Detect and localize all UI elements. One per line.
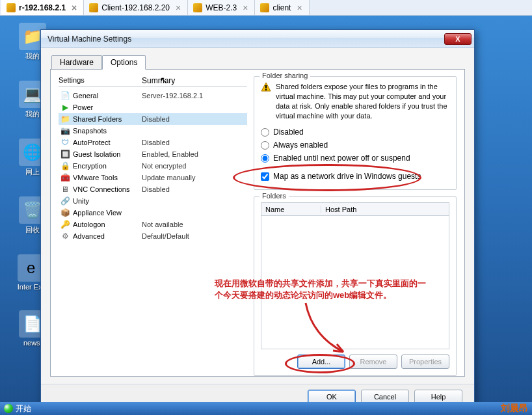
tools-icon: 🧰 bbox=[60, 173, 70, 182]
power-icon: ▶ bbox=[60, 103, 70, 112]
settings-item-unity[interactable]: 🔗Unity bbox=[59, 195, 247, 207]
remove-button[interactable]: Remove bbox=[349, 355, 397, 369]
settings-item-vmware-tools[interactable]: 🧰VMware ToolsUpdate manually bbox=[59, 172, 247, 183]
vm-tab-server[interactable]: r-192.168.2.1× bbox=[1, 0, 84, 15]
annotation-ellipse bbox=[233, 164, 421, 191]
snapshot-icon: 📷 bbox=[60, 126, 70, 135]
settings-item-guest-isolation[interactable]: 🔲Guest IsolationEnabled, Enabled bbox=[59, 148, 247, 160]
vm-tab-client20[interactable]: Client-192.168.2.20× bbox=[84, 0, 188, 15]
svg-rect-0 bbox=[265, 85, 267, 88]
dialog-title: Virtual Machine Settings bbox=[47, 34, 444, 44]
general-icon: 📄 bbox=[60, 91, 70, 100]
start-button[interactable]: 开始 bbox=[4, 403, 31, 414]
close-icon[interactable]: × bbox=[176, 3, 181, 13]
warning-text: Shared folders expose your files to prog… bbox=[276, 82, 449, 120]
close-button[interactable]: X bbox=[444, 33, 472, 45]
watermark: 刘晨昂 bbox=[501, 403, 528, 414]
folder-icon: 📁 bbox=[60, 114, 70, 124]
vnc-icon: 🖥 bbox=[60, 185, 70, 194]
radio-until-poweroff[interactable]: Enabled until next power off or suspend bbox=[261, 152, 449, 165]
cursor-icon: ↖ bbox=[160, 75, 168, 85]
settings-item-general[interactable]: 📄GeneralServer-192.168.2.1 bbox=[59, 90, 247, 101]
settings-item-snapshots[interactable]: 📷Snapshots bbox=[59, 125, 247, 137]
settings-item-autologon[interactable]: 🔑AutologonNot available bbox=[59, 219, 247, 230]
settings-item-advanced[interactable]: ⚙AdvancedDefault/Default bbox=[59, 230, 247, 242]
taskbar[interactable]: 开始 刘晨昂 bbox=[0, 402, 532, 415]
properties-button[interactable]: Properties bbox=[401, 355, 449, 369]
annotation-ellipse-add bbox=[285, 354, 355, 373]
vm-tabs-bar: r-192.168.2.1× Client-192.168.2.20× WEB-… bbox=[0, 0, 532, 16]
vm-settings-dialog: Virtual Machine Settings X Hardware Opti… bbox=[40, 29, 475, 409]
settings-item-shared-folders[interactable]: 📁Shared FoldersDisabled bbox=[59, 113, 247, 125]
annotation-text: 现在用微软自带的共享文件添加，共享一下真实里面的一个今天要搭建的动态论坛访问的w… bbox=[215, 278, 433, 301]
settings-item-vnc-connections[interactable]: 🖥VNC ConnectionsDisabled bbox=[59, 183, 247, 195]
settings-list-header: Settings Summary↖ bbox=[59, 76, 247, 87]
warning-icon bbox=[261, 82, 271, 92]
unity-icon: 🔗 bbox=[60, 196, 70, 206]
settings-item-encryption[interactable]: 🔒EncryptionNot encrypted bbox=[59, 160, 247, 172]
settings-item-power[interactable]: ▶Power bbox=[59, 101, 247, 113]
tab-options[interactable]: Options bbox=[102, 55, 146, 70]
shield-icon: 🛡 bbox=[60, 138, 70, 147]
settings-item-autoprotect[interactable]: 🛡AutoProtectDisabled bbox=[59, 137, 247, 148]
vm-tab-client[interactable]: client× bbox=[255, 0, 309, 15]
settings-list[interactable]: 📄GeneralServer-192.168.2.1▶Power📁Shared … bbox=[59, 90, 247, 242]
vm-tab-web23[interactable]: WEB-2.3× bbox=[188, 0, 255, 15]
advanced-icon: ⚙ bbox=[60, 232, 70, 241]
settings-item-appliance-view[interactable]: 📦Appliance View bbox=[59, 207, 247, 219]
tab-hardware[interactable]: Hardware bbox=[51, 55, 102, 70]
close-icon[interactable]: × bbox=[243, 3, 248, 13]
isolation-icon: 🔲 bbox=[60, 150, 70, 159]
radio-disabled[interactable]: Disabled bbox=[261, 126, 449, 139]
folders-header: Name Host Path bbox=[261, 202, 449, 215]
close-icon[interactable]: × bbox=[297, 3, 302, 13]
appliance-icon: 📦 bbox=[60, 208, 70, 217]
svg-rect-1 bbox=[265, 89, 267, 90]
close-icon[interactable]: × bbox=[72, 3, 77, 13]
lock-icon: 🔒 bbox=[60, 161, 70, 170]
key-icon: 🔑 bbox=[60, 220, 70, 229]
radio-always[interactable]: Always enabled bbox=[261, 139, 449, 152]
dialog-titlebar[interactable]: Virtual Machine Settings X bbox=[41, 30, 474, 48]
